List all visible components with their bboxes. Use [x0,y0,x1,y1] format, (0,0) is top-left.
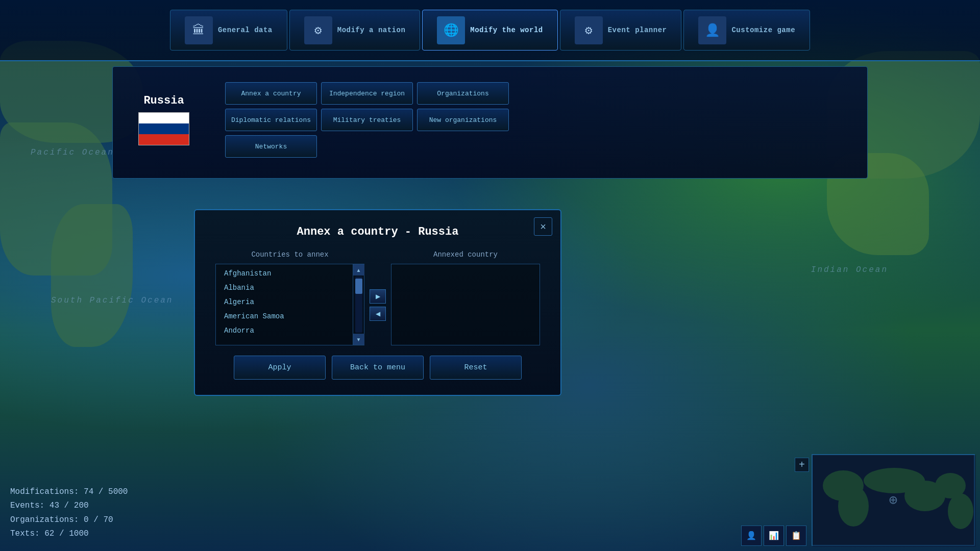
country-item[interactable]: Andorra [216,323,353,338]
event-planner-icon: ⚙ [575,16,603,44]
countries-col-label: Countries to annex [215,251,364,259]
countries-scrollbar[interactable]: ▲ ▼ [353,264,364,345]
modal-buttons: Apply Back to menu Reset [215,356,540,380]
country-item[interactable]: Algeria [216,295,353,309]
annexed-col-label: Annexed country [391,251,540,259]
svg-point-6 [948,493,973,529]
modal-title: Annex a country - Russia [215,226,540,238]
scroll-thumb [355,279,362,294]
move-left-btn[interactable]: ◀ [370,307,386,321]
organizations-btn[interactable]: Organizations [417,82,509,105]
customize-game-label: Customize game [731,26,795,34]
tab-general-data[interactable]: 🏛 General data [170,10,287,51]
nation-panel: Russia Annex a country Independence regi… [112,66,868,179]
countries-list[interactable]: Afghanistan Albania Algeria American Sam… [215,264,353,345]
customize-game-icon: 👤 [698,16,726,44]
events-status: Events: 43 / 200 [10,499,128,513]
scroll-track [355,277,362,333]
corner-icon-1[interactable]: 👤 [741,525,762,546]
annex-country-btn[interactable]: Annex a country [225,82,317,105]
russia-flag [138,112,189,145]
new-organizations-btn[interactable]: New organizations [417,109,509,131]
general-data-icon: 🏛 [185,16,213,44]
transfer-arrows: ▶ ◀ [364,265,391,345]
svg-point-2 [838,486,869,527]
corner-icons: 👤 📊 📋 [741,525,806,546]
annexed-column: Annexed country [391,251,540,345]
modifications-status: Modifications: 74 / 5000 [10,485,128,499]
nation-info: Russia [133,94,194,145]
modal-close-btn[interactable]: × [534,217,552,236]
modify-world-icon: 🌐 [437,16,465,44]
nation-name: Russia [143,94,184,107]
scroll-up-btn[interactable]: ▲ [353,264,364,276]
organizations-status: Organizations: 0 / 70 [10,513,128,527]
status-bar: Modifications: 74 / 5000 Events: 43 / 20… [10,485,128,541]
apply-btn[interactable]: Apply [234,356,326,380]
minimap-zoom-btn[interactable]: + [795,458,809,472]
countries-column: Countries to annex Afghanistan Albania A… [215,251,364,345]
event-planner-label: Event planner [608,26,667,34]
top-navigation: 🏛 General data ⚙ Modify a nation 🌐 Modif… [0,0,980,61]
tab-event-planner[interactable]: ⚙ Event planner [560,10,682,51]
tab-modify-nation[interactable]: ⚙ Modify a nation [289,10,421,51]
back-to-menu-btn[interactable]: Back to menu [332,356,424,380]
country-item[interactable]: American Samoa [216,309,353,323]
modify-nation-icon: ⚙ [304,16,332,44]
independence-region-btn[interactable]: Independence region [321,82,413,105]
reset-btn[interactable]: Reset [430,356,522,380]
diplomatic-relations-btn[interactable]: Diplomatic relations [225,109,317,131]
modify-nation-label: Modify a nation [337,26,406,34]
tab-modify-world[interactable]: 🌐 Modify the world [422,10,557,51]
corner-icon-3[interactable]: 📋 [786,525,806,546]
corner-icon-2[interactable]: 📊 [764,525,784,546]
scroll-down-btn[interactable]: ▼ [353,334,364,345]
country-item[interactable]: Afghanistan [216,266,353,281]
nation-buttons: Annex a country Independence region Orga… [225,82,509,158]
annex-modal: × Annex a country - Russia Countries to … [194,209,561,396]
tab-customize-game[interactable]: 👤 Customize game [683,10,810,51]
annexed-list[interactable] [391,264,540,345]
modal-columns: Countries to annex Afghanistan Albania A… [215,251,540,345]
land-mass [51,204,133,347]
general-data-label: General data [218,26,273,34]
country-item[interactable]: Albania [216,281,353,295]
networks-btn[interactable]: Networks [225,135,317,158]
minimap: + ⊕ [812,454,975,546]
texts-status: Texts: 62 / 1000 [10,527,128,541]
modify-world-label: Modify the world [470,26,543,34]
military-treaties-btn[interactable]: Military treaties [321,109,413,131]
move-right-btn[interactable]: ▶ [370,289,386,304]
